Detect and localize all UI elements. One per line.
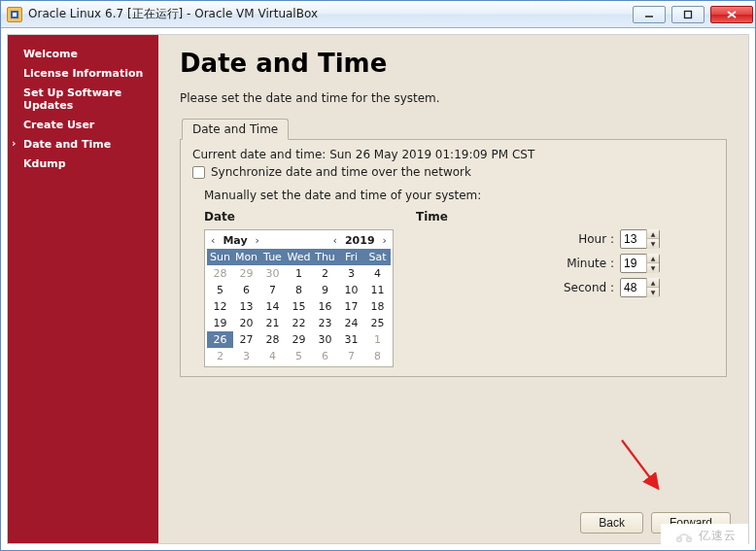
hour-spinner[interactable]: ▲▼ [620,229,660,249]
calendar-day[interactable]: 16 [312,298,338,315]
calendar-day[interactable]: 29 [286,331,312,348]
minimize-button[interactable] [633,6,666,23]
current-datetime-label: Current date and time [192,148,329,161]
calendar-day[interactable]: 3 [338,265,364,282]
back-button[interactable]: Back [580,512,643,534]
calendar-day[interactable]: 11 [364,282,391,298]
calendar-day[interactable]: 30 [259,265,286,282]
calendar-dow: Sat [364,249,391,265]
second-up-icon[interactable]: ▲ [647,278,659,288]
calendar-month: May [223,234,247,247]
calendar-day[interactable]: 21 [259,315,286,331]
calendar-day[interactable]: 26 [207,331,233,348]
calendar-day[interactable]: 25 [364,315,391,331]
calendar-day[interactable]: 2 [312,265,338,282]
minute-spinner[interactable]: ▲▼ [620,254,660,273]
watermark: 亿速云 [661,524,748,547]
window-title: Oracle Linux 6.7 [正在运行] - Oracle VM Virt… [28,6,627,22]
calendar-day[interactable]: 9 [312,282,338,298]
calendar-day[interactable]: 19 [207,315,233,331]
sidebar-item-license[interactable]: License Information [8,64,158,84]
calendar-dow: Wed [286,249,312,265]
minute-label: Minute [562,257,614,270]
prev-month-button[interactable]: ‹ [209,234,217,247]
annotation-arrow [612,432,670,500]
hour-input[interactable] [621,232,646,246]
calendar-dow: Fri [338,249,364,265]
main-panel: Date and Time Please set the date and ti… [158,35,748,543]
second-input[interactable] [621,281,646,294]
calendar-day[interactable]: 1 [364,331,391,348]
wizard-sidebar: Welcome License Information Set Up Softw… [8,35,158,543]
sidebar-item-welcome[interactable]: Welcome [8,45,158,64]
hour-label: Hour [562,232,614,246]
calendar-day[interactable]: 7 [338,348,364,364]
close-button[interactable] [710,6,753,23]
calendar-day[interactable]: 10 [338,282,364,298]
calendar-day[interactable]: 17 [338,298,364,315]
svg-rect-3 [685,11,692,17]
calendar-day[interactable]: 27 [233,331,259,348]
calendar-day[interactable]: 28 [207,265,233,282]
calendar-day[interactable]: 28 [259,331,286,348]
window-titlebar: Oracle Linux 6.7 [正在运行] - Oracle VM Virt… [1,1,755,28]
calendar-dow: Mon [233,249,259,265]
calendar-day[interactable]: 4 [259,348,286,364]
calendar-day[interactable]: 7 [259,282,286,298]
sync-network-checkbox[interactable] [192,166,205,179]
calendar-day[interactable]: 3 [233,348,259,364]
sidebar-item-kdump[interactable]: Kdump [8,155,158,174]
calendar-day[interactable]: 6 [312,348,338,364]
calendar-day[interactable]: 2 [207,348,233,364]
calendar-grid[interactable]: SunMonTueWedThuFriSat2829301234567891011… [207,249,391,364]
next-year-button[interactable]: › [381,234,389,247]
calendar[interactable]: ‹ May › ‹ 2019 › [204,229,394,367]
time-heading: Time [416,210,714,224]
calendar-day[interactable]: 1 [286,265,312,282]
hour-down-icon[interactable]: ▼ [647,239,659,249]
calendar-day[interactable]: 14 [259,298,286,315]
svg-line-6 [622,440,657,487]
calendar-day[interactable]: 15 [286,298,312,315]
second-spinner[interactable]: ▲▼ [620,278,660,297]
calendar-dow: Thu [312,249,338,265]
minute-down-icon[interactable]: ▼ [647,263,659,273]
sync-network-row[interactable]: Synchronize date and time over the netwo… [192,165,714,179]
calendar-day[interactable]: 4 [364,265,391,282]
minute-input[interactable] [621,257,646,270]
second-down-icon[interactable]: ▼ [647,288,659,297]
calendar-day[interactable]: 5 [207,282,233,298]
minute-up-icon[interactable]: ▲ [647,254,659,263]
hour-up-icon[interactable]: ▲ [647,229,659,239]
calendar-day[interactable]: 13 [233,298,259,315]
page-subtitle: Please set the date and time for the sys… [180,91,727,105]
date-time-panel: Current date and time Sun 26 May 2019 01… [180,139,727,377]
calendar-day[interactable]: 29 [233,265,259,282]
maximize-button[interactable] [671,6,704,23]
calendar-day[interactable]: 30 [312,331,338,348]
page-title: Date and Time [180,49,727,78]
sidebar-item-updates[interactable]: Set Up Software Updates [8,84,158,117]
prev-year-button[interactable]: ‹ [331,234,339,247]
calendar-day[interactable]: 24 [338,315,364,331]
calendar-day[interactable]: 18 [364,298,391,315]
calendar-day[interactable]: 23 [312,315,338,331]
sidebar-item-create-user[interactable]: Create User [8,116,158,135]
calendar-day[interactable]: 20 [233,315,259,331]
calendar-day[interactable]: 8 [364,348,391,364]
calendar-day[interactable]: 31 [338,331,364,348]
calendar-day[interactable]: 8 [286,282,312,298]
current-datetime-value: Sun 26 May 2019 01:19:09 PM CST [329,148,534,161]
calendar-day[interactable]: 6 [233,282,259,298]
date-heading: Date [204,210,398,224]
sidebar-item-date-time[interactable]: Date and Time [8,135,158,155]
svg-rect-1 [13,13,17,17]
second-label: Second [562,281,614,294]
calendar-day[interactable]: 22 [286,315,312,331]
tab-date-time[interactable]: Date and Time [182,119,289,140]
calendar-day[interactable]: 5 [286,348,312,364]
watermark-text: 亿速云 [699,528,737,544]
manual-set-label: Manually set the date and time of your s… [204,189,714,202]
calendar-day[interactable]: 12 [207,298,233,315]
next-month-button[interactable]: › [254,234,261,247]
